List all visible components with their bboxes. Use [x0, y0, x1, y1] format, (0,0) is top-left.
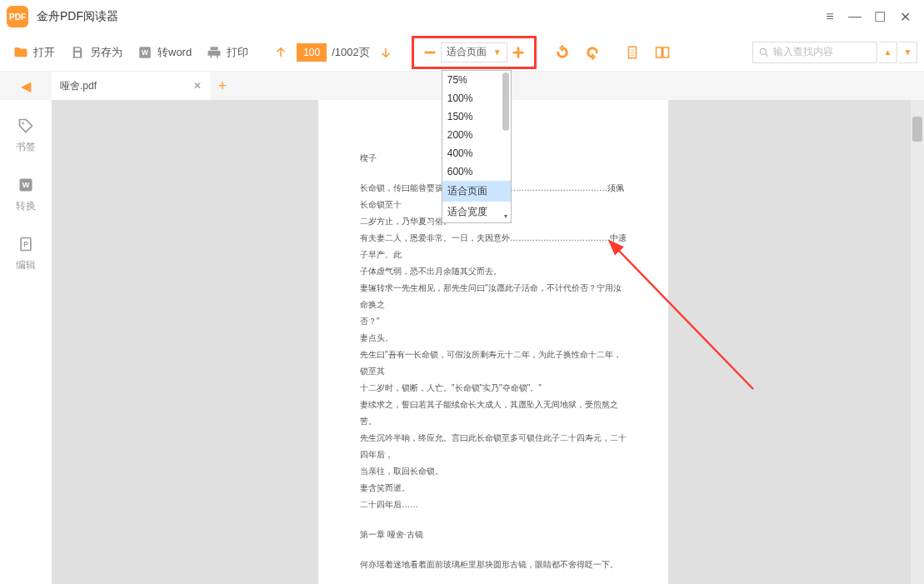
tab-close-icon[interactable]: ✕ [193, 80, 202, 92]
zoom-option-fitwidth[interactable]: 适合宽度 [442, 202, 511, 222]
doc-line: 第一章 哑舍·古镜 [360, 527, 627, 543]
caret-down-icon: ▼ [904, 47, 912, 57]
minus-icon [421, 43, 439, 62]
print-button[interactable]: 打印 [200, 40, 255, 65]
doc-line: 何亦瑶着迷地看着面前玻璃柜里那块圆形古镜，眼睛都不舍得眨一下。 [360, 557, 627, 573]
rotate-ccw-button[interactable] [548, 40, 577, 65]
zoom-option-fitpage[interactable]: 适合页面 [442, 181, 511, 202]
vertical-scrollbar[interactable] [911, 100, 924, 584]
sidebar-convert-label: 转换 [16, 199, 36, 213]
hamburger-icon[interactable]: ≡ [817, 4, 842, 29]
print-label: 打印 [227, 45, 248, 60]
double-page-icon [655, 45, 670, 60]
doc-line: 十二岁时，锁断，人亡。"长命锁"实乃"夺命锁"。" [360, 380, 627, 397]
doc-line: 二十四年后…… [360, 497, 627, 513]
doc-line: 否？" [360, 313, 627, 330]
sidebar-convert[interactable]: W 转换 [16, 176, 36, 213]
zoom-value: 适合页面 [447, 45, 487, 59]
open-button[interactable]: 打开 [7, 40, 62, 65]
page-number-input[interactable] [297, 43, 327, 62]
doc-line: 有夫妻二人，恩爱非常。一日，夫因意外………………………………中遗子早产。此 [360, 230, 627, 263]
search-placeholder: 输入查找内容 [773, 45, 833, 59]
zoom-option-600[interactable]: 600% [442, 162, 511, 181]
sidebar: 书签 W 转换 P 编辑 [0, 100, 52, 584]
word-icon: W [17, 176, 35, 194]
caret-up-icon: ▲ [884, 47, 892, 57]
single-page-icon [625, 45, 640, 60]
zoom-out-button[interactable] [419, 42, 441, 63]
close-button[interactable]: ✕ [892, 4, 917, 29]
svg-point-8 [760, 48, 766, 54]
rotate-cw-icon [585, 45, 600, 60]
rotate-cw-button[interactable] [578, 40, 607, 65]
title-bar: PDF 金舟PDF阅读器 ≡ — ☐ ✕ [0, 0, 924, 33]
toword-label: 转word [157, 45, 192, 60]
save-icon [70, 45, 85, 60]
toword-button[interactable]: W 转word [131, 40, 198, 65]
maximize-button[interactable]: ☐ [867, 4, 892, 29]
zoom-option-200[interactable]: 200% [442, 126, 511, 144]
single-page-button[interactable] [618, 40, 647, 65]
svg-text:W: W [22, 181, 30, 189]
svg-point-10 [22, 122, 24, 124]
svg-text:P: P [23, 240, 28, 248]
scroll-thumb[interactable] [912, 117, 922, 142]
svg-line-9 [766, 53, 768, 56]
zoom-dropdown: 75% 100% 150% 200% 400% 600% 适合页面 适合宽度 ▾ [442, 70, 512, 223]
sidebar-bookmark-label: 书签 [16, 140, 36, 154]
zoom-group: 适合页面 ▼ 75% 100% 150% 200% 400% 600% 适合页面… [412, 36, 537, 69]
app-title: 金舟PDF阅读器 [37, 9, 118, 24]
tab-active[interactable]: 哑舍.pdf ✕ [52, 72, 210, 100]
doc-line: 先生沉吟半晌，终应允。言曰此长命锁至多可锁住此子二十四寿元，二十四年后， [360, 430, 627, 463]
arrow-down-icon [378, 45, 393, 60]
svg-rect-7 [662, 47, 668, 57]
zoom-option-400[interactable]: 400% [442, 144, 511, 162]
svg-rect-6 [656, 47, 662, 57]
doc-line: 妻点头。 [360, 330, 627, 347]
triangle-left-icon: ◀ [21, 78, 31, 94]
arrow-up-icon [273, 45, 288, 60]
doc-line: 当亲往，取回长命锁。 [360, 463, 627, 480]
saveas-label: 另存为 [90, 45, 122, 60]
doc-line: 子体虚气弱，恐不出月余随其父而去。 [360, 263, 627, 280]
zoom-option-100[interactable]: 100% [442, 89, 511, 107]
zoom-option-150[interactable]: 150% [442, 107, 511, 126]
sidebar-bookmark[interactable]: 书签 [16, 117, 36, 154]
search-icon [758, 47, 770, 58]
doc-line: 先生曰"吾有一长命锁，可假汝所剩寿元十二年，为此子换性命十二年，锁至其 [360, 347, 627, 380]
open-label: 打开 [33, 45, 55, 60]
prev-page-button[interactable] [267, 40, 295, 65]
minimize-button[interactable]: — [842, 4, 867, 29]
sidebar-edit-label: 编辑 [16, 258, 36, 272]
new-tab-button[interactable]: + [210, 77, 235, 95]
svg-text:W: W [142, 49, 148, 57]
tag-icon [17, 117, 35, 135]
sidebar-edit[interactable]: P 编辑 [16, 235, 36, 272]
word-icon: W [137, 45, 152, 60]
tab-title: 哑舍.pdf [60, 79, 97, 93]
tab-nav-left[interactable]: ◀ [0, 78, 52, 94]
saveas-button[interactable]: 另存为 [63, 40, 129, 65]
app-logo: PDF [7, 6, 28, 27]
zoom-option-75[interactable]: 75% [442, 71, 511, 89]
caret-down-icon: ▼ [493, 47, 502, 57]
next-page-button[interactable] [372, 40, 400, 65]
zoom-select[interactable]: 适合页面 ▼ [441, 42, 507, 62]
zoom-in-button[interactable] [507, 42, 529, 63]
dropdown-scroll-thumb[interactable] [502, 72, 509, 131]
search-prev-button[interactable]: ▲ [879, 42, 897, 63]
page-icon: P [17, 235, 35, 253]
doc-line: 妻含笑而逝。 [360, 480, 627, 497]
folder-icon [13, 45, 28, 60]
plus-icon: + [218, 77, 227, 95]
double-page-button[interactable] [648, 40, 677, 65]
doc-line: 妻辗转求一先生相见，那先生问曰"汝愿此子活命，不计代价否？宁用汝命换之 [360, 280, 627, 313]
search-input[interactable]: 输入查找内容 [752, 42, 877, 63]
doc-line: 妻续求之，誓曰若其子能续命长大成人，其愿坠入无间地狱，受煎熬之苦。 [360, 397, 627, 430]
search-next-button[interactable]: ▼ [899, 42, 917, 63]
page-total: /1002页 [332, 45, 370, 60]
dropdown-scroll-down-icon[interactable]: ▾ [502, 212, 509, 221]
logo-text: PDF [9, 12, 26, 22]
print-icon [207, 45, 222, 60]
plus-icon [509, 43, 527, 62]
